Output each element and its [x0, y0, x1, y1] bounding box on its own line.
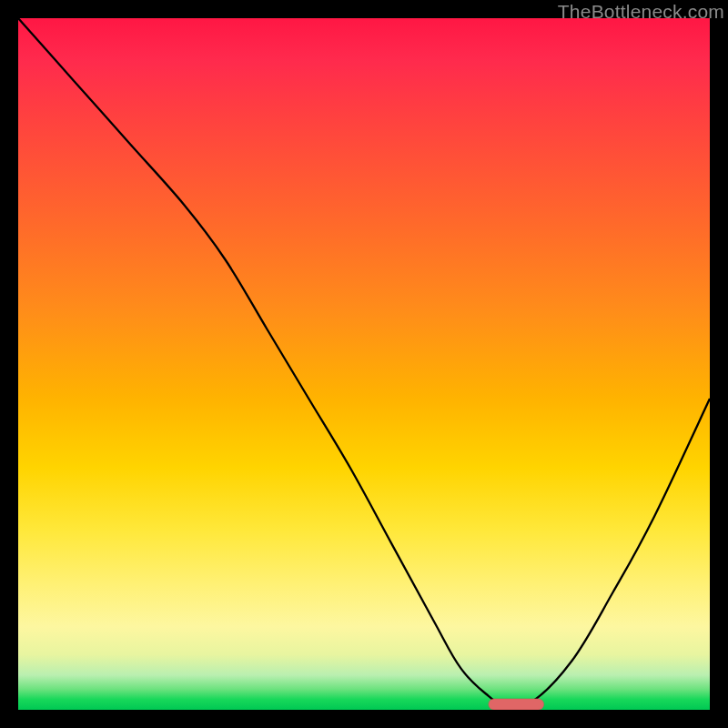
- background-gradient: [18, 18, 710, 710]
- plot-area: [18, 18, 710, 710]
- chart-frame: TheBottleneck.com: [0, 0, 728, 728]
- watermark-text: TheBottleneck.com: [558, 1, 724, 23]
